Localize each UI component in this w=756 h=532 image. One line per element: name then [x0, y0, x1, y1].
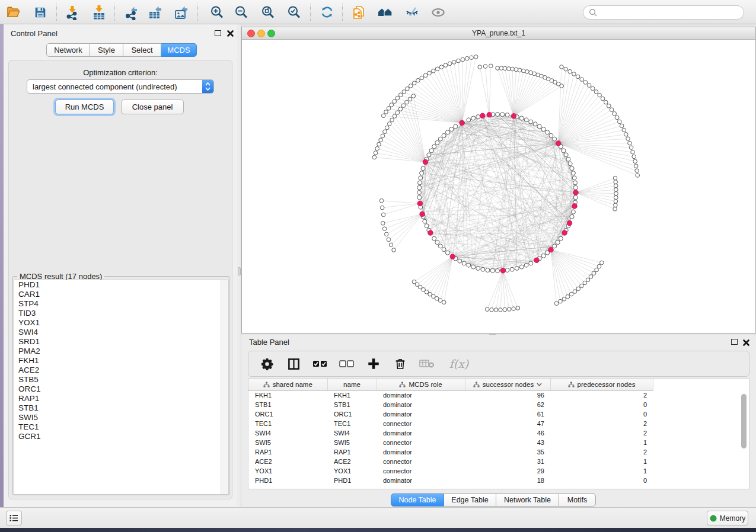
tab-select[interactable]: Select [123, 43, 161, 57]
table-row[interactable]: YOX1YOX1connector291 [248, 466, 653, 476]
table-row[interactable]: ORC1ORC1dominator610 [248, 409, 653, 419]
column-header-name[interactable]: name [327, 379, 377, 390]
export-network-icon[interactable] [123, 4, 139, 20]
cell: 2 [550, 390, 653, 400]
network-canvas[interactable] [242, 40, 755, 333]
import-table-icon[interactable] [91, 4, 107, 20]
list-item[interactable]: PMA2 [14, 347, 228, 356]
list-item[interactable]: CAR1 [14, 290, 228, 299]
tab-motifs[interactable]: Motifs [559, 493, 596, 507]
export-table-icon[interactable] [147, 4, 163, 20]
column-header-successor-nodes[interactable]: successor nodes [465, 379, 550, 390]
task-history-icon [9, 514, 18, 522]
list-item[interactable]: STP4 [14, 299, 228, 309]
list-item[interactable]: RAP1 [14, 394, 228, 403]
export-image-icon[interactable] [173, 4, 189, 20]
list-item[interactable]: TID3 [14, 309, 228, 318]
list-item[interactable]: YOX1 [14, 318, 228, 328]
tab-edge-table[interactable]: Edge Table [444, 493, 496, 507]
delete-column-icon[interactable] [391, 355, 409, 372]
list-item[interactable]: SWI4 [14, 328, 228, 337]
hide-selected-icon[interactable] [404, 4, 420, 20]
tab-mcds[interactable]: MCDS [161, 43, 197, 57]
save-session-icon[interactable] [32, 4, 48, 20]
cell: ACE2 [248, 457, 327, 466]
list-item[interactable]: STB5 [14, 375, 228, 384]
column-header-predecessor-nodes[interactable]: predecessor nodes [550, 379, 653, 390]
memory-button[interactable]: Memory [707, 511, 748, 525]
table-row[interactable]: RAP1RAP1dominator352 [248, 447, 653, 457]
cell: 47 [465, 419, 550, 428]
list-item[interactable]: TEC1 [14, 422, 228, 432]
table-row[interactable]: SWI5SWI5connector431 [248, 438, 653, 447]
vertical-splitter[interactable] [237, 24, 241, 507]
cell: FKH1 [248, 390, 327, 400]
list-item[interactable]: STB1 [14, 403, 228, 413]
list-item[interactable]: SWI5 [14, 413, 228, 422]
list-item[interactable]: FKH1 [14, 356, 228, 366]
cell: dominator [377, 447, 465, 457]
network-graph[interactable] [242, 40, 755, 333]
table-row[interactable]: TEC1TEC1connector472 [248, 419, 653, 428]
zoom-out-icon[interactable] [233, 4, 249, 20]
search-input[interactable] [583, 5, 744, 20]
search-icon [589, 8, 598, 17]
list-item[interactable]: ACE2 [14, 366, 228, 375]
minimize-traffic-light[interactable] [257, 30, 265, 37]
duplicate-network-icon[interactable] [351, 4, 367, 20]
criterion-dropdown[interactable]: largest connected component (undirected) [27, 79, 214, 94]
tab-network[interactable]: Network [46, 43, 90, 57]
table-row[interactable]: FKH1FKH1dominator962 [248, 390, 653, 400]
list-item[interactable]: SRD1 [14, 337, 228, 347]
function-builder-icon[interactable]: f(x) [445, 355, 473, 372]
gear-icon[interactable] [258, 355, 276, 372]
cell: YOX1 [327, 466, 377, 476]
cell: 43 [465, 438, 550, 447]
import-network-icon[interactable] [64, 4, 80, 20]
zoom-fit-icon[interactable] [260, 4, 276, 20]
list-item[interactable]: PHD1 [14, 280, 228, 290]
table-row[interactable]: STB1STB1dominator620 [248, 400, 653, 409]
run-mcds-button[interactable]: Run MCDS [55, 100, 114, 114]
float-icon[interactable] [731, 339, 738, 345]
tab-network-table[interactable]: Network Table [496, 493, 559, 507]
list-item[interactable]: GCR1 [14, 432, 228, 441]
desktop-wallpaper [0, 528, 756, 532]
add-column-icon[interactable] [365, 355, 382, 372]
zoom-selected-icon[interactable] [286, 4, 302, 20]
delete-table-icon[interactable] [418, 355, 436, 372]
close-traffic-light[interactable] [247, 30, 255, 37]
cell: TEC1 [327, 419, 377, 428]
network-titlebar[interactable]: YPA_prune.txt_1 [242, 27, 755, 40]
close-icon[interactable] [227, 29, 234, 40]
splitter-handle[interactable] [238, 267, 241, 275]
cell: SWI4 [327, 428, 377, 438]
refresh-layout-icon[interactable] [319, 4, 335, 20]
deselect-all-icon[interactable] [338, 355, 356, 372]
tab-style[interactable]: Style [90, 43, 123, 57]
column-header-shared-name[interactable]: shared name [248, 379, 327, 390]
columns-icon[interactable] [285, 355, 302, 372]
mcds-result-list[interactable]: PHD1CAR1STP4TID3YOX1SWI4SRD1PMA2FKH1ACE2… [14, 280, 229, 495]
select-all-icon[interactable] [311, 355, 329, 372]
close-icon[interactable] [742, 338, 750, 349]
table-row[interactable]: ACE2ACE2connector311 [248, 457, 653, 466]
close-panel-button[interactable]: Close panel [121, 100, 184, 114]
list-item[interactable]: ORC1 [14, 384, 228, 394]
column-header-mcds-role[interactable]: MCDS role [377, 379, 465, 390]
table-scrollbar[interactable] [741, 393, 747, 486]
open-file-icon[interactable] [5, 4, 21, 20]
zoom-traffic-light[interactable] [267, 30, 275, 37]
float-icon[interactable] [215, 30, 221, 36]
first-neighbors-icon[interactable] [377, 4, 393, 20]
zoom-in-icon[interactable] [209, 4, 225, 20]
show-all-icon[interactable] [430, 4, 446, 20]
node-table-grid[interactable]: shared namenameMCDS rolesuccessor nodesp… [248, 379, 653, 485]
tab-node-table[interactable]: Node Table [391, 493, 444, 507]
table-row[interactable]: PHD1PHD1dominator180 [248, 476, 653, 485]
table-scrollbar-thumb[interactable] [741, 394, 747, 448]
cell: dominator [377, 476, 465, 485]
result-scrollbar[interactable] [221, 280, 228, 494]
table-row[interactable]: SWI4SWI4dominator462 [248, 428, 653, 438]
task-history-button[interactable] [6, 511, 22, 525]
